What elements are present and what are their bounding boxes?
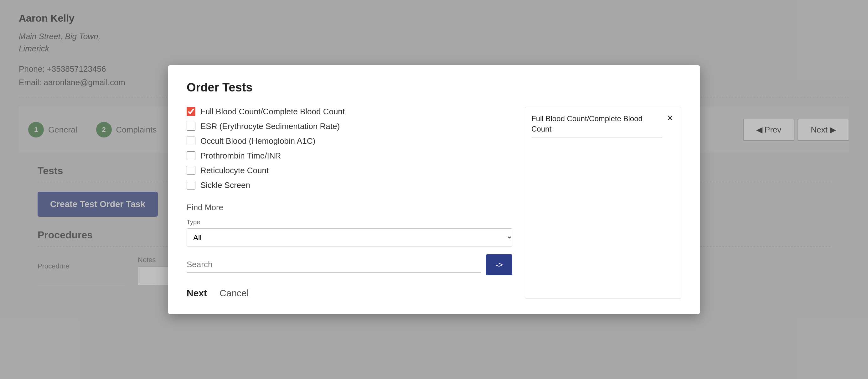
checkbox-esr-input[interactable] bbox=[187, 122, 195, 130]
modal-body: Full Blood Count/Complete Blood Count ES… bbox=[187, 107, 681, 298]
modal-left: Full Blood Count/Complete Blood Count ES… bbox=[187, 107, 512, 298]
search-row: -> bbox=[187, 254, 512, 275]
checkbox-occult-blood-input[interactable] bbox=[187, 137, 195, 145]
selected-test-name: Full Blood Count/Complete Blood Count bbox=[531, 113, 662, 138]
selected-tests-panel: Full Blood Count/Complete Blood Count ✕ bbox=[525, 107, 681, 298]
search-input[interactable] bbox=[187, 257, 481, 273]
checkbox-prothrombin-input[interactable] bbox=[187, 151, 195, 160]
checkbox-full-blood-count[interactable]: Full Blood Count/Complete Blood Count bbox=[187, 107, 512, 117]
order-tests-modal: Order Tests Full Blood Count/Complete Bl… bbox=[168, 65, 700, 314]
modal-title: Order Tests bbox=[187, 81, 681, 94]
search-go-button[interactable]: -> bbox=[486, 254, 512, 275]
checkbox-prothrombin-label: Prothrombin Time/INR bbox=[200, 151, 281, 161]
checkbox-sickle-screen-label: Sickle Screen bbox=[200, 180, 250, 190]
selected-test-tag: Full Blood Count/Complete Blood Count ✕ bbox=[531, 113, 675, 138]
checkbox-reticulocyte-label: Reticulocyte Count bbox=[200, 166, 269, 175]
checkbox-occult-blood[interactable]: Occult Blood (Hemoglobin A1C) bbox=[187, 136, 512, 146]
checkbox-full-blood-count-input[interactable] bbox=[187, 107, 195, 116]
remove-test-button[interactable]: ✕ bbox=[665, 113, 675, 123]
modal-overlay: Order Tests Full Blood Count/Complete Bl… bbox=[0, 0, 868, 379]
find-more-title: Find More bbox=[187, 203, 512, 212]
type-select[interactable]: All bbox=[187, 228, 512, 247]
checkbox-reticulocyte[interactable]: Reticulocyte Count bbox=[187, 166, 512, 175]
checkbox-reticulocyte-input[interactable] bbox=[187, 166, 195, 175]
checkbox-esr-label: ESR (Erythrocyte Sedimentation Rate) bbox=[200, 121, 340, 131]
checkbox-occult-blood-label: Occult Blood (Hemoglobin A1C) bbox=[200, 136, 315, 146]
checkbox-full-blood-count-label: Full Blood Count/Complete Blood Count bbox=[200, 107, 345, 117]
checkbox-esr[interactable]: ESR (Erythrocyte Sedimentation Rate) bbox=[187, 121, 512, 131]
checkbox-sickle-screen-input[interactable] bbox=[187, 181, 195, 190]
modal-next-button[interactable]: Next bbox=[187, 288, 207, 298]
modal-footer: Next Cancel bbox=[187, 288, 512, 298]
checkbox-list: Full Blood Count/Complete Blood Count ES… bbox=[187, 107, 512, 190]
checkbox-prothrombin[interactable]: Prothrombin Time/INR bbox=[187, 151, 512, 161]
checkbox-sickle-screen[interactable]: Sickle Screen bbox=[187, 180, 512, 190]
modal-cancel-button[interactable]: Cancel bbox=[219, 288, 249, 298]
type-label: Type bbox=[187, 218, 512, 226]
